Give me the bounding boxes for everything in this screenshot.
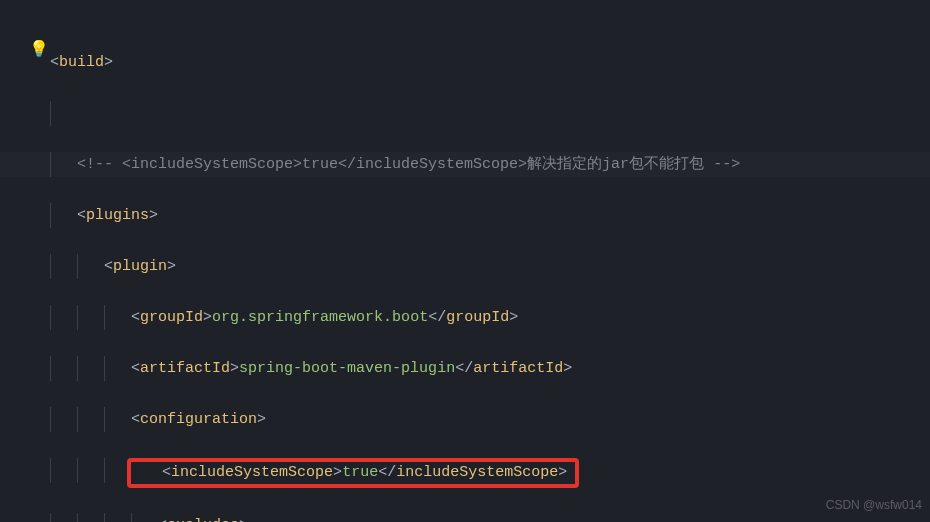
lightbulb-icon[interactable]: 💡 [29, 38, 49, 64]
code-line: <plugin> [0, 254, 930, 280]
code-line [0, 101, 930, 127]
code-line: <plugins> [0, 203, 930, 229]
code-line: <configuration> [0, 407, 930, 433]
code-line: <!-- <includeSystemScope>true</includeSy… [0, 152, 930, 178]
code-editor[interactable]: <build> <!-- <includeSystemScope>true</i… [0, 0, 930, 522]
watermark: CSDN @wsfw014 [826, 493, 922, 519]
highlighted-config-line: <includeSystemScope>true</includeSystemS… [0, 458, 930, 488]
code-line: <groupId>org.springframework.boot</group… [0, 305, 930, 331]
red-highlight-box: <includeSystemScope>true</includeSystemS… [127, 458, 579, 488]
code-line: <artifactId>spring-boot-maven-plugin</ar… [0, 356, 930, 382]
code-line: <excludes> [0, 513, 930, 522]
code-line: <build> [0, 50, 930, 76]
gutter: 💡 [0, 0, 48, 522]
